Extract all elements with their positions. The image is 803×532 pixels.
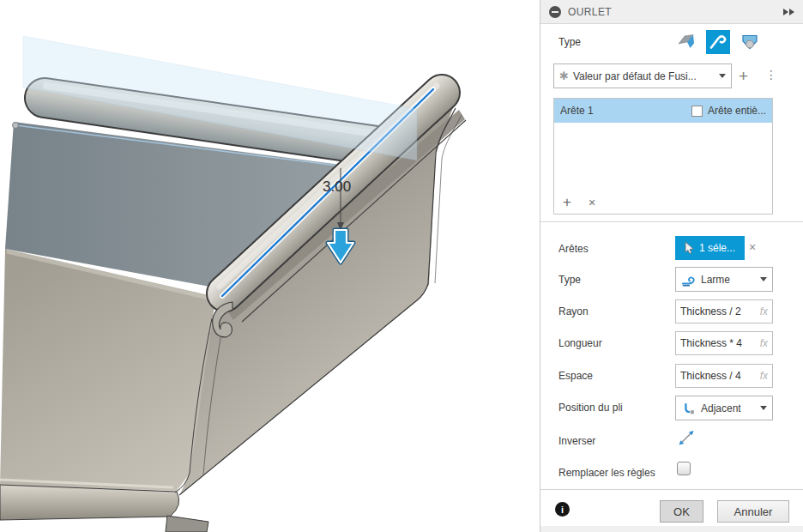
chevron-down-icon [719, 74, 726, 78]
info-icon[interactable]: i [555, 502, 570, 517]
divider [540, 221, 803, 222]
hem-type-icon-selected[interactable] [706, 30, 730, 54]
app-window: 3.00 OURLET Type [0, 0, 803, 532]
override-rules-label: Remplacer les règles [558, 467, 655, 479]
radius-value: Thickness / 2 [680, 305, 741, 317]
preset-add-button[interactable]: + [739, 68, 748, 84]
bend-position-label: Position du pli [558, 402, 623, 414]
bottom-tab [166, 516, 208, 532]
cursor-icon [685, 242, 695, 254]
hem-type-label: Type [558, 274, 581, 286]
fx-badge: fx [760, 305, 768, 317]
preset-star-icon: ✱ [559, 70, 569, 82]
hem-type-selector [674, 30, 762, 54]
fx-badge: fx [760, 370, 768, 382]
full-edge-checkbox[interactable] [691, 106, 703, 117]
dialog-title: OURLET [568, 6, 612, 18]
radius-label: Rayon [558, 305, 589, 317]
hem-dialog: OURLET Type [540, 0, 803, 532]
expand-icon[interactable] [783, 9, 794, 15]
chevron-down-icon [760, 277, 767, 281]
length-input[interactable]: Thickness * 4 fx [675, 331, 773, 355]
bend-position-value: Adjacent [701, 402, 741, 414]
panel-bottom-edge [540, 526, 803, 532]
flip-icon[interactable] [677, 428, 696, 447]
clear-selection-button[interactable]: × [749, 240, 756, 254]
preset-menu-button[interactable]: ⋮ [765, 69, 777, 81]
divider [540, 489, 803, 490]
scoop-type-icon[interactable] [738, 30, 762, 54]
bend-position-icon [681, 401, 697, 416]
cancel-button[interactable]: Annuler [717, 500, 789, 523]
edge-name: Arête 1 [560, 105, 594, 117]
edge-list: Arête 1 Arête entiè... + × [553, 98, 773, 215]
selection-count: 1 séle... [699, 242, 735, 254]
sheet-metal-part: 3.00 [0, 0, 540, 532]
edge-selection-button[interactable]: 1 séle... [675, 236, 745, 260]
collapse-icon[interactable] [549, 6, 561, 18]
3d-viewport[interactable]: 3.00 [0, 0, 540, 532]
flange-icon [676, 32, 697, 52]
hem-type-dropdown[interactable]: Larme [675, 267, 773, 292]
floor-face [0, 249, 216, 491]
ok-button[interactable]: OK [660, 500, 703, 523]
vertex-point[interactable] [13, 123, 19, 129]
dimension-value[interactable]: 3.00 [323, 178, 351, 195]
flange-type-icon[interactable] [674, 30, 698, 54]
flip-label: Inverser [558, 435, 595, 447]
preset-dropdown[interactable]: ✱ Valeur par défaut de Fusi... [553, 63, 732, 88]
hem-icon [708, 32, 728, 52]
fx-badge: fx [760, 337, 768, 349]
list-remove-button[interactable]: × [589, 195, 595, 209]
list-add-button[interactable]: + [563, 195, 571, 209]
gap-label: Espace [558, 370, 593, 382]
radius-input[interactable]: Thickness / 2 fx [675, 299, 773, 323]
hem-type-value: Larme [701, 274, 730, 286]
dialog-header[interactable]: OURLET [540, 0, 803, 24]
override-rules-checkbox[interactable] [677, 462, 691, 475]
length-label: Longueur [558, 337, 602, 349]
chevron-down-icon [760, 406, 767, 410]
edges-label: Arêtes [558, 243, 589, 255]
teardrop-hem-icon [681, 272, 697, 287]
list-item[interactable]: Arête 1 Arête entiè... [554, 99, 772, 123]
length-value: Thickness * 4 [680, 337, 742, 349]
gap-input[interactable]: Thickness / 4 fx [675, 364, 773, 388]
type-selector-label: Type [558, 36, 581, 48]
bend-position-dropdown[interactable]: Adjacent [675, 396, 773, 420]
full-edge-label: Arête entiè... [708, 105, 766, 117]
gap-value: Thickness / 4 [680, 370, 741, 382]
scoop-icon [740, 32, 760, 52]
preset-value: Valeur par défaut de Fusi... [573, 70, 697, 82]
